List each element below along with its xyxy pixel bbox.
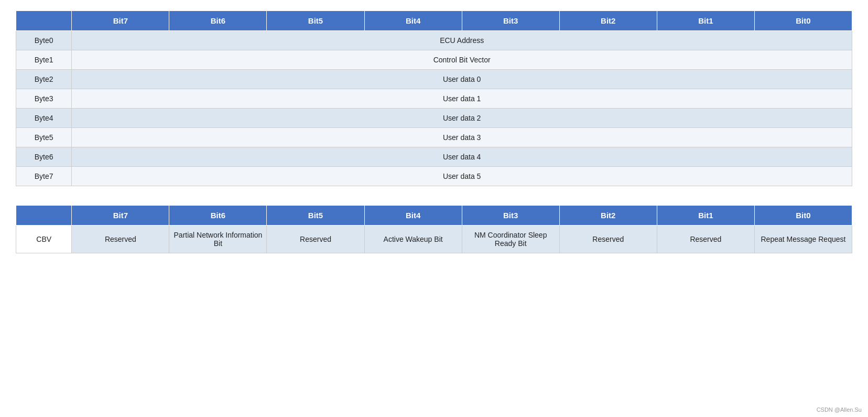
table1-header-bit6: Bit6 — [169, 11, 267, 31]
table2-body: CBVReservedPartial Network Information B… — [16, 226, 852, 253]
table1-row: Byte0ECU Address — [16, 31, 852, 50]
table2-header-bit4: Bit4 — [364, 206, 462, 226]
table1-row-label: Byte0 — [16, 31, 72, 50]
watermark: CSDN @Allen.Su — [817, 407, 862, 413]
table1-row: Byte4User data 2 — [16, 109, 852, 128]
table1-header-bit3: Bit3 — [462, 11, 559, 31]
table1-header-empty — [16, 11, 72, 31]
table2-header-bit1: Bit1 — [657, 206, 754, 226]
table1-row-content: User data 4 — [72, 147, 852, 167]
table2-cell: Partial Network Information Bit — [169, 226, 267, 253]
table2-header-empty — [16, 206, 72, 226]
table1-row-content: ECU Address — [72, 31, 852, 50]
table1-row-label: Byte4 — [16, 109, 72, 128]
table1-header-bit0: Bit0 — [754, 11, 852, 31]
table1-row-content: User data 1 — [72, 89, 852, 109]
table1-row-content: User data 3 — [72, 128, 852, 147]
table1-row: Byte7User data 5 — [16, 167, 852, 186]
table1-header-bit2: Bit2 — [559, 11, 657, 31]
table1-body: Byte0ECU AddressByte1Control Bit VectorB… — [16, 31, 852, 186]
table2-row: CBVReservedPartial Network Information B… — [16, 226, 852, 253]
table1: Bit7 Bit6 Bit5 Bit4 Bit3 Bit2 Bit1 Bit0 … — [16, 10, 852, 186]
table1-row: Byte3User data 1 — [16, 89, 852, 109]
table1-row-content: User data 0 — [72, 70, 852, 89]
table2-header-bit2: Bit2 — [559, 206, 657, 226]
table2-cell: Reserved — [559, 226, 657, 253]
table1-header-bit1: Bit1 — [657, 11, 754, 31]
table2-cell: Reserved — [267, 226, 364, 253]
table1-row-content: Control Bit Vector — [72, 50, 852, 70]
table2-header-bit5: Bit5 — [267, 206, 364, 226]
table1-row-label: Byte5 — [16, 128, 72, 147]
table1-row-label: Byte7 — [16, 167, 72, 186]
table1-row-content: User data 2 — [72, 109, 852, 128]
table2-row-label: CBV — [16, 226, 72, 253]
table1-header-bit4: Bit4 — [364, 11, 462, 31]
table2-header-bit7: Bit7 — [72, 206, 169, 226]
table2-header-bit3: Bit3 — [462, 206, 559, 226]
table1-row-label: Byte1 — [16, 50, 72, 70]
table2-container: Bit7 Bit6 Bit5 Bit4 Bit3 Bit2 Bit1 Bit0 … — [16, 205, 852, 253]
table1-header-row: Bit7 Bit6 Bit5 Bit4 Bit3 Bit2 Bit1 Bit0 — [16, 11, 852, 31]
table1-row-label: Byte3 — [16, 89, 72, 109]
table1-row-content: User data 5 — [72, 167, 852, 186]
table1-row: Byte1Control Bit Vector — [16, 50, 852, 70]
table2-cell: Repeat Message Request — [754, 226, 852, 253]
table1-row-label: Byte2 — [16, 70, 72, 89]
table2-cell: NM Coordinator Sleep Ready Bit — [462, 226, 559, 253]
table1-header-bit7: Bit7 — [72, 11, 169, 31]
table2-cell: Reserved — [657, 226, 754, 253]
table2-header-bit6: Bit6 — [169, 206, 267, 226]
table1-row: Byte5User data 3 — [16, 128, 852, 147]
table2-header-row: Bit7 Bit6 Bit5 Bit4 Bit3 Bit2 Bit1 Bit0 — [16, 206, 852, 226]
table1-row: Byte2User data 0 — [16, 70, 852, 89]
table1-row: Byte6User data 4 — [16, 147, 852, 167]
table1-container: Bit7 Bit6 Bit5 Bit4 Bit3 Bit2 Bit1 Bit0 … — [16, 10, 852, 186]
table1-header-bit5: Bit5 — [267, 11, 364, 31]
table2: Bit7 Bit6 Bit5 Bit4 Bit3 Bit2 Bit1 Bit0 … — [16, 205, 852, 253]
table2-header-bit0: Bit0 — [754, 206, 852, 226]
table2-cell: Active Wakeup Bit — [364, 226, 462, 253]
table2-cell: Reserved — [72, 226, 169, 253]
table1-row-label: Byte6 — [16, 147, 72, 167]
